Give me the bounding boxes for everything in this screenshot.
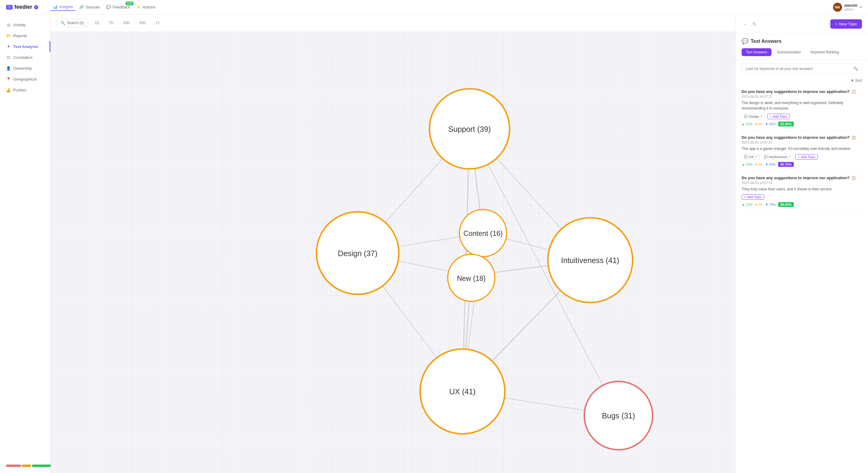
graph-area: 🔍 Search (0) 1D 7D 30D 90D 1Y: [51, 14, 735, 473]
legend-bar: [6, 465, 53, 467]
copy-icon[interactable]: 📋: [851, 136, 856, 140]
down-icon: ▼: [765, 122, 768, 126]
node-support-label: Support (39): [448, 125, 491, 133]
time-filter-1y[interactable]: 1Y: [153, 19, 163, 27]
tag-delete-icon[interactable]: ✕: [788, 155, 791, 159]
score-positive: ▲ 31%: [742, 122, 752, 126]
copy-icon[interactable]: 📋: [851, 90, 856, 94]
search-button[interactable]: 🔍 Search (0): [57, 19, 88, 27]
legend-positive: [32, 465, 53, 467]
sidebar: ◎ Activity 📁 Reports ✦ Text Analysis ⊡ C…: [0, 14, 51, 473]
node-bugs-label: Bugs (31): [602, 411, 635, 420]
main-content: 🔍 Search (0) 1D 7D 30D 90D 1Y: [51, 14, 868, 473]
activity-icon: ◎: [6, 22, 11, 27]
time-filter-30d[interactable]: 30D: [120, 19, 133, 27]
tab-text-answers[interactable]: Text Answers: [742, 48, 772, 56]
panel-title-row: 💬 Text Answers: [736, 34, 868, 45]
nav-item-actions[interactable]: ⚡ Actions: [134, 3, 158, 11]
time-filter-7d[interactable]: 7D: [105, 19, 116, 27]
node-new-label: New (18): [457, 274, 486, 283]
actions-icon: ⚡: [136, 5, 141, 9]
add-topic-button[interactable]: + Add Topic: [795, 154, 818, 159]
score-neutral: ● 2%: [755, 203, 763, 206]
tag-delete-icon[interactable]: ✕: [760, 114, 763, 118]
sidebar-item-reports[interactable]: 📁 Reports: [0, 30, 50, 41]
sort-row: ▼ Sort: [736, 77, 868, 85]
nav-item-feedback[interactable]: 💬 Feedback 628: [104, 3, 132, 11]
circle-icon: ●: [755, 162, 757, 166]
sidebar-item-ownership[interactable]: 👤 Ownership: [0, 63, 50, 73]
node-design-label: Design (37): [338, 249, 377, 258]
right-panel: ← ↻ + New Topic 💬 Text Answers Text Answ…: [735, 14, 868, 473]
tag-delete-icon[interactable]: ✕: [754, 155, 757, 159]
answer-text: The design is sleek, and everything is w…: [742, 100, 862, 111]
header-right: WA wassim admin ▾: [833, 3, 862, 12]
time-filter-90d[interactable]: 90D: [136, 19, 149, 27]
circle-icon: ●: [755, 203, 757, 206]
answer-question: Do you have any suggestions to improve o…: [742, 135, 862, 140]
dropdown-icon[interactable]: ▾: [860, 5, 862, 9]
up-icon: ▲: [742, 122, 745, 126]
network-graph: Support (39) Design (37) Content (16) Ne…: [51, 32, 735, 473]
sidebar-item-correlation[interactable]: ⊡ Correlation: [0, 52, 50, 63]
pushes-icon: 🔔: [6, 87, 11, 92]
tab-summarization[interactable]: Summarization: [773, 48, 805, 56]
logo-text: feedier: [14, 4, 32, 10]
back-button[interactable]: ←: [742, 20, 749, 28]
panel-nav: ← ↻: [742, 20, 757, 28]
answer-card: Do you have any suggestions to improve o…: [742, 131, 862, 171]
sidebar-item-geographical[interactable]: 📍 Geographical: [0, 73, 50, 85]
answer-text: This app is a game-changer. It's incredi…: [742, 146, 862, 151]
answer-tags: 💬 Design ✕ + Add Topic: [742, 113, 862, 119]
answer-tags: + Add Topic: [742, 194, 862, 200]
score-neutral: ● 2%: [755, 122, 763, 126]
circle-icon: ●: [755, 122, 757, 126]
panel-header: ← ↻ + New Topic: [736, 14, 868, 34]
answer-scores: ▲ 31% ● 2% ▼ 66% 82.00%: [742, 122, 862, 126]
time-filter-1d[interactable]: 1D: [91, 19, 102, 27]
graph-toolbar: 🔍 Search (0) 1D 7D 30D 90D 1Y: [51, 14, 735, 32]
tab-keyword-ranking[interactable]: Keyword Ranking: [806, 48, 843, 56]
logo: f feedier •: [6, 4, 38, 10]
search-icon: 🔍: [853, 66, 858, 71]
sidebar-item-activity[interactable]: ◎ Activity: [0, 19, 50, 30]
answer-date: 2023-08-03 14:07:27: [742, 95, 862, 98]
sidebar-item-text-analysis[interactable]: ✦ Text Analysis: [0, 41, 50, 52]
new-topic-button[interactable]: + New Topic: [830, 19, 862, 29]
refresh-button[interactable]: ↻: [751, 20, 757, 28]
add-topic-button[interactable]: + Add Topic: [742, 194, 764, 200]
tag: 💬 UX ✕: [742, 154, 760, 159]
answers-list: Do you have any suggestions to improve o…: [736, 85, 868, 473]
answer-scores: ▲ 22% ● 2% ▼ 75% 86.50%: [742, 202, 862, 207]
score-positive: ▲ 15%: [742, 162, 752, 166]
logo-icon: f: [9, 5, 10, 9]
answer-date: 2023-08-03 14:07:22: [742, 181, 862, 185]
sources-icon: 🔗: [79, 5, 84, 9]
add-icon: +: [770, 115, 772, 118]
score-negative: ▼ 75%: [765, 203, 776, 206]
legend-neutral: [22, 465, 31, 467]
logo-bubble: •: [34, 5, 38, 9]
chat-icon: 💬: [742, 38, 748, 45]
highlight-score: 86.50%: [778, 202, 794, 207]
add-topic-button[interactable]: + Add Topic: [767, 114, 790, 119]
keyword-search[interactable]: 🔍: [742, 64, 862, 73]
highlight-score: 82.00%: [778, 122, 794, 126]
highlight-score: 90.75%: [778, 162, 794, 167]
user-info: wassim admin: [844, 3, 858, 11]
correlation-icon: ⊡: [6, 55, 11, 60]
copy-icon[interactable]: 📋: [851, 176, 856, 180]
feedback-badge: 628: [125, 1, 134, 5]
ownership-icon: 👤: [6, 66, 11, 70]
down-icon: ▼: [765, 203, 768, 206]
sidebar-item-pushes[interactable]: 🔔 Pushes: [0, 85, 50, 95]
tag-icon: 💬: [744, 115, 748, 118]
main-nav: 📊 Insights 🔗 Sources 💬 Feedback 628 ⚡ Ac…: [50, 3, 158, 11]
nav-item-insights[interactable]: 📊 Insights: [50, 3, 75, 11]
answer-date: 2023-08-03 14:07:27: [742, 141, 862, 144]
sort-button[interactable]: ▼ Sort: [850, 79, 862, 83]
keyword-search-input[interactable]: [746, 67, 851, 71]
nav-item-sources[interactable]: 🔗 Sources: [76, 3, 102, 11]
geographical-icon: 📍: [6, 77, 11, 82]
score-negative: ▼ 66%: [765, 122, 776, 126]
